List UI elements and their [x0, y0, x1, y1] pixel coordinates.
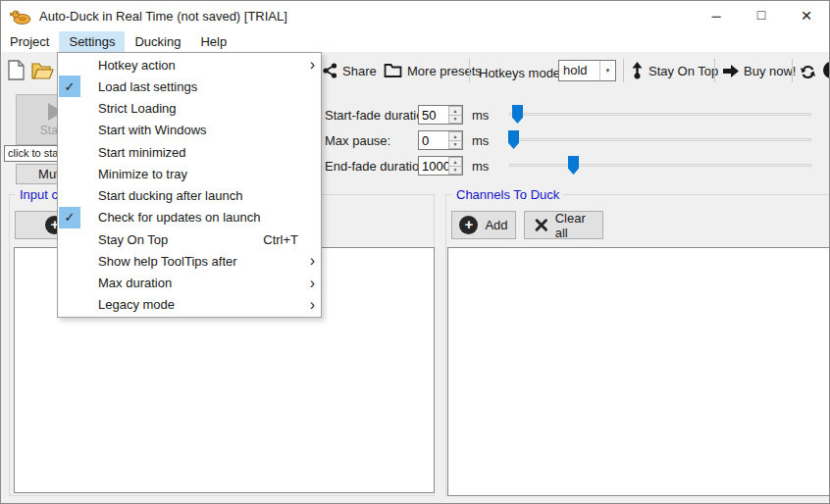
- menu-item-start-ducking-after-launch[interactable]: Start ducking after launch: [58, 185, 321, 207]
- share-button[interactable]: Share: [323, 60, 377, 81]
- menu-item-shortcut: Ctrl+T: [263, 232, 298, 247]
- chevron-down-icon[interactable]: ▼: [599, 61, 615, 80]
- end-fade-unit: ms: [472, 159, 489, 174]
- open-project-button[interactable]: [31, 60, 54, 81]
- settings-dropdown-menu: Hotkey action › ✓ Load last settings Str…: [57, 52, 322, 318]
- info-icon[interactable]: [823, 62, 830, 78]
- menu-item-start-with-windows[interactable]: Start with Windows: [58, 120, 321, 141]
- menu-item-show-help-tooltips[interactable]: Show help ToolTips after ›: [58, 250, 321, 272]
- menu-item-hotkey-action[interactable]: Hotkey action ›: [58, 54, 321, 76]
- max-pause-label: Max pause:: [325, 133, 390, 148]
- menu-settings-label: Settings: [69, 34, 115, 49]
- share-icon: [323, 63, 337, 78]
- end-fade-slider[interactable]: [508, 156, 812, 176]
- menu-item-check-for-updates[interactable]: ✓ Check for updates on launch: [58, 207, 321, 228]
- slider-thumb[interactable]: [508, 130, 519, 149]
- menu-item-label: Max duration: [98, 276, 300, 290]
- menu-help-label: Help: [200, 34, 227, 49]
- duck-add-button[interactable]: + Add: [451, 211, 516, 239]
- menu-item-label: Start with Windows: [98, 123, 300, 137]
- menu-help[interactable]: Help: [190, 31, 236, 52]
- menu-item-max-duration[interactable]: Max duration ›: [58, 273, 321, 294]
- menu-item-start-minimized[interactable]: Start minimized: [58, 141, 321, 163]
- clear-all-button[interactable]: Clear all: [524, 211, 603, 239]
- menu-item-label: Start minimized: [98, 145, 300, 160]
- hotkeys-mode-label: Hotkeys mode:: [479, 62, 564, 83]
- menu-item-label: Load last settings: [98, 79, 300, 94]
- slider-track[interactable]: [509, 164, 811, 167]
- plus-icon: +: [459, 216, 478, 234]
- hotkeys-mode-select[interactable]: hold ▼: [558, 60, 616, 81]
- toolbar-separator: [469, 59, 470, 82]
- start-fade-spinner: ▲ ▼: [448, 106, 462, 124]
- menu-item-label: Hotkey action: [98, 58, 300, 73]
- menu-item-load-last-settings[interactable]: ✓ Load last settings: [58, 76, 321, 97]
- check-placeholder: [59, 141, 80, 163]
- share-label: Share: [342, 64, 377, 78]
- refresh-icon: [800, 64, 816, 80]
- checkmark-icon: ✓: [59, 207, 80, 228]
- spin-up-icon[interactable]: ▲: [448, 131, 462, 140]
- stay-on-top-button[interactable]: Stay On Top: [631, 60, 718, 81]
- menu-item-label: Legacy mode: [98, 297, 300, 312]
- slider-track[interactable]: [509, 113, 811, 116]
- checkmark-icon: ✓: [59, 76, 80, 97]
- buy-now-label: Buy now!: [744, 64, 796, 78]
- app-window: Auto-Duck in Real Time (not saved) [TRIA…: [0, 0, 830, 504]
- check-placeholder: [59, 228, 80, 250]
- maximize-button[interactable]: □: [739, 1, 784, 30]
- buy-now-button[interactable]: Buy now!: [723, 60, 796, 81]
- clear-x-icon: [535, 217, 548, 233]
- end-fade-spinbox: ▲ ▼: [418, 156, 463, 176]
- menu-item-label: Check for updates on launch: [98, 210, 300, 225]
- close-button[interactable]: ×: [784, 1, 829, 30]
- maximize-icon: □: [757, 7, 765, 23]
- max-pause-spinbox: ▲ ▼: [418, 130, 463, 150]
- start-fade-slider[interactable]: [508, 105, 812, 125]
- menu-item-legacy-mode[interactable]: Legacy mode ›: [58, 294, 321, 316]
- check-placeholder: [59, 163, 80, 184]
- max-pause-input[interactable]: [419, 131, 448, 149]
- start-fade-unit: ms: [472, 108, 489, 123]
- duck-app-icon: [10, 9, 31, 25]
- stay-on-top-label: Stay On Top: [648, 64, 718, 78]
- end-fade-spinner: ▲ ▼: [448, 157, 462, 175]
- spin-down-icon[interactable]: ▼: [448, 115, 462, 125]
- menu-item-strict-loading[interactable]: Strict Loading: [58, 98, 321, 120]
- slider-track[interactable]: [509, 138, 811, 141]
- spin-down-icon[interactable]: ▼: [448, 140, 462, 150]
- check-placeholder: [59, 185, 80, 207]
- refresh-button[interactable]: [800, 61, 816, 82]
- check-placeholder: [59, 120, 80, 141]
- check-placeholder: [59, 250, 80, 272]
- menu-project[interactable]: Project: [1, 31, 59, 52]
- menu-item-stay-on-top[interactable]: Stay On Top Ctrl+T: [58, 228, 321, 250]
- toolbar-separator: [623, 59, 624, 82]
- menu-item-label: Minimize to tray: [98, 167, 300, 181]
- submenu-arrow-icon: ›: [300, 295, 315, 315]
- open-folder-icon: [31, 62, 54, 80]
- check-placeholder: [59, 294, 80, 316]
- channels-to-duck-list[interactable]: [447, 247, 830, 496]
- menu-settings[interactable]: Settings: [59, 31, 125, 52]
- check-placeholder: [59, 98, 80, 120]
- spin-up-icon[interactable]: ▲: [448, 106, 462, 115]
- slider-thumb[interactable]: [512, 105, 523, 124]
- submenu-arrow-icon: ›: [300, 274, 315, 293]
- max-pause-slider[interactable]: [508, 130, 812, 150]
- start-fade-input[interactable]: [419, 106, 448, 124]
- toolbar-separator: [714, 59, 715, 82]
- window-controls: ─ □ ×: [694, 1, 829, 30]
- menu-ducking[interactable]: Ducking: [125, 31, 190, 52]
- new-project-button[interactable]: [8, 59, 25, 80]
- spin-up-icon[interactable]: ▲: [448, 157, 462, 166]
- new-document-icon: [8, 60, 25, 80]
- arrow-right-icon: [723, 64, 739, 78]
- menu-item-label: Start ducking after launch: [98, 188, 300, 203]
- spin-down-icon[interactable]: ▼: [448, 166, 462, 176]
- end-fade-input[interactable]: [419, 157, 448, 175]
- minimize-button[interactable]: ─: [694, 1, 739, 30]
- slider-thumb[interactable]: [568, 156, 579, 175]
- menu-item-minimize-to-tray[interactable]: Minimize to tray: [58, 163, 321, 184]
- more-presets-button[interactable]: More presets: [384, 60, 482, 81]
